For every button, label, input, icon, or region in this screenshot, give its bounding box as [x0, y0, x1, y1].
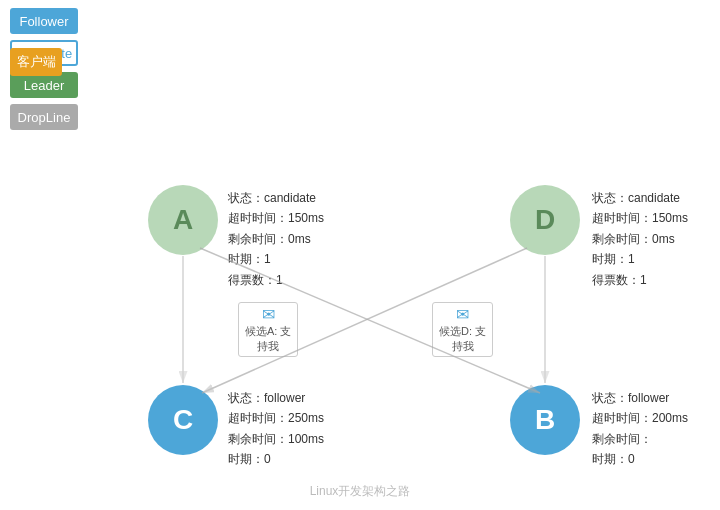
- node-c: C: [148, 385, 218, 455]
- info-b: 状态：follower 超时时间：200ms 剩余时间： 时期：0: [592, 388, 688, 470]
- info-c: 状态：follower 超时时间：250ms 剩余时间：100ms 时期：0: [228, 388, 324, 470]
- node-a: A: [148, 185, 218, 255]
- watermark: Linux开发架构之路: [310, 483, 411, 500]
- dropline-box: DropLine: [10, 104, 78, 130]
- envelope-icon-ac: ✉: [262, 305, 275, 324]
- info-d: 状态：candidate 超时时间：150ms 剩余时间：0ms 时期：1 得票…: [592, 188, 688, 290]
- node-b: B: [510, 385, 580, 455]
- follower-box: Follower: [10, 8, 78, 34]
- envelope-icon-db: ✉: [456, 305, 469, 324]
- client-box: 客户端: [10, 48, 62, 76]
- vote-message-d-to-b: ✉ 候选D: 支 持我: [432, 302, 493, 357]
- info-a: 状态：candidate 超时时间：150ms 剩余时间：0ms 时期：1 得票…: [228, 188, 324, 290]
- legend-dropline: DropLine: [10, 104, 78, 130]
- node-d: D: [510, 185, 580, 255]
- vote-message-a-to-c: ✉ 候选A: 支 持我: [238, 302, 298, 357]
- legend-follower: Follower: [10, 8, 78, 34]
